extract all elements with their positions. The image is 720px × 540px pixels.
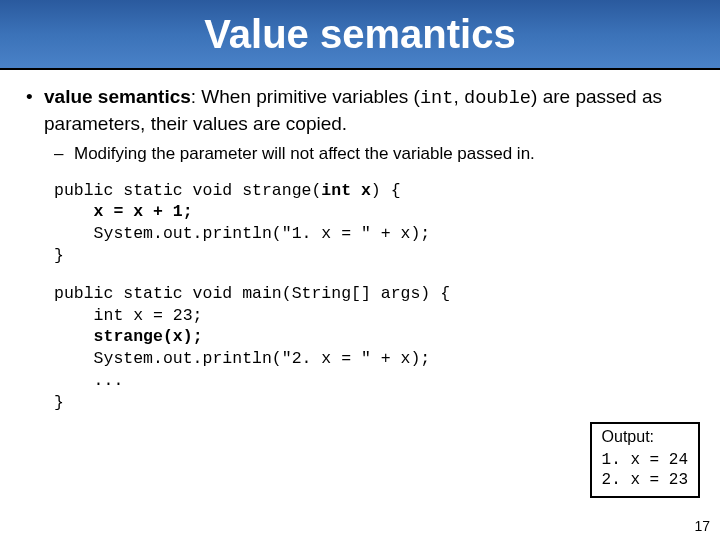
output-title: Output: — [602, 428, 688, 446]
bullet-dot-icon: • — [26, 84, 44, 137]
type-double: double — [464, 87, 531, 109]
output-box: Output: 1. x = 24 2. x = 23 — [590, 422, 700, 498]
type-int: int — [420, 87, 454, 109]
term: value semantics — [44, 86, 191, 107]
slide-title: Value semantics — [204, 12, 515, 57]
output-lines: 1. x = 24 2. x = 23 — [602, 450, 688, 490]
code-block-main: public static void main(String[] args) {… — [54, 283, 694, 414]
title-bar: Value semantics — [0, 0, 720, 70]
param-int-x: int x — [321, 181, 371, 200]
call-strange: strange(x); — [94, 327, 203, 346]
dash-icon: – — [54, 143, 74, 166]
bullet-text: value semantics: When primitive variable… — [44, 84, 694, 137]
page-number: 17 — [694, 518, 710, 534]
code-block-strange: public static void strange(int x) { x = … — [54, 180, 694, 267]
slide-content: • value semantics: When primitive variab… — [0, 70, 720, 413]
sub-bullet: – Modifying the parameter will not affec… — [54, 143, 694, 166]
main-bullet: • value semantics: When primitive variab… — [26, 84, 694, 137]
sub-bullet-text: Modifying the parameter will not affect … — [74, 143, 535, 166]
